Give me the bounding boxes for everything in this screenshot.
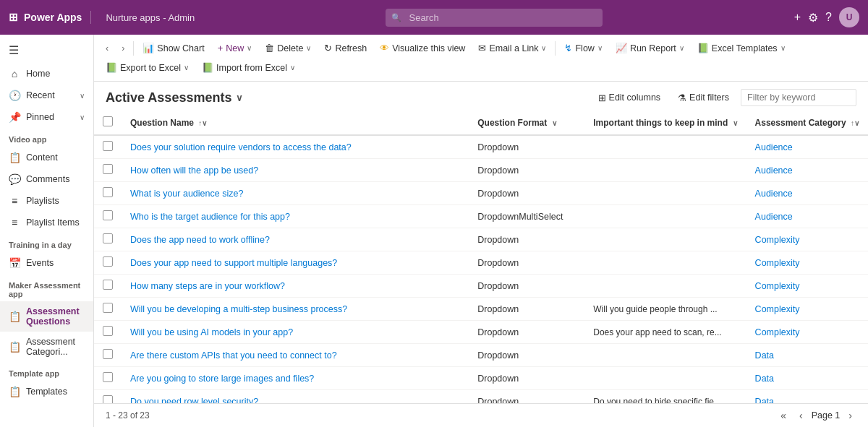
sidebar-item-assessment-questions[interactable]: 📋 Assessment Questions: [0, 301, 93, 332]
question-name-cell[interactable]: Are there custom APIs that you need to c…: [122, 344, 469, 367]
col-header-question-name[interactable]: Question Name ↑∨: [122, 111, 469, 135]
import-dropdown-icon[interactable]: ∨: [290, 64, 295, 72]
excel-templates-dropdown-icon[interactable]: ∨: [780, 44, 786, 52]
delete-button[interactable]: 🗑 Delete ∨: [259, 39, 317, 57]
keyword-filter-input[interactable]: [741, 89, 856, 106]
row-checkbox[interactable]: [103, 372, 113, 382]
col-header-category[interactable]: Assessment Category ↑∨: [746, 111, 868, 135]
view-title-chevron[interactable]: ∨: [236, 92, 243, 103]
avatar[interactable]: U: [839, 7, 859, 27]
question-name-cell[interactable]: Does your app need to support multiple l…: [122, 251, 469, 275]
forward-button[interactable]: ›: [116, 40, 130, 57]
excel-templates-button[interactable]: 📗 Excel Templates ∨: [692, 39, 791, 57]
first-page-button[interactable]: «: [776, 408, 791, 423]
question-name-cell[interactable]: Are you going to store large images and …: [122, 367, 469, 390]
category-cell[interactable]: Audience: [746, 159, 868, 182]
sidebar-item-assessment-categories[interactable]: 📋 Assessment Categori...: [0, 332, 93, 362]
prev-page-button[interactable]: ‹: [795, 408, 807, 423]
flow-button[interactable]: ↯ Flow ∨: [558, 39, 608, 57]
row-checkbox[interactable]: [103, 233, 113, 243]
question-name-cell[interactable]: Does your solution require vendors to ac…: [122, 135, 469, 159]
row-checkbox-cell[interactable]: [94, 344, 122, 367]
sidebar-item-content[interactable]: 📋 Content: [0, 147, 93, 168]
row-checkbox-cell[interactable]: [94, 275, 122, 298]
row-checkbox-cell[interactable]: [94, 298, 122, 321]
row-checkbox-cell[interactable]: [94, 390, 122, 404]
app-logo[interactable]: ⊞ Power Apps: [9, 11, 91, 24]
row-checkbox[interactable]: [103, 395, 113, 403]
category-cell[interactable]: Audience: [746, 182, 868, 205]
row-checkbox[interactable]: [103, 141, 113, 151]
row-checkbox-cell[interactable]: [94, 321, 122, 344]
category-cell[interactable]: Data: [746, 367, 868, 390]
row-checkbox[interactable]: [103, 303, 113, 313]
category-cell[interactable]: Audience: [746, 205, 868, 228]
next-page-button[interactable]: ›: [844, 408, 856, 423]
import-excel-button[interactable]: 📗 Import from Excel ∨: [196, 59, 301, 77]
row-checkbox[interactable]: [103, 210, 113, 220]
category-cell[interactable]: Data: [746, 344, 868, 367]
row-checkbox[interactable]: [103, 349, 113, 359]
visualize-button[interactable]: 👁 Visualize this view: [374, 39, 471, 57]
question-name-cell[interactable]: Who is the target audience for this app?: [122, 205, 469, 228]
sidebar-item-playlist-items[interactable]: ≡ Playlist Items: [0, 212, 93, 233]
question-name-cell[interactable]: How often will the app be used?: [122, 159, 469, 182]
run-report-button[interactable]: 📈 Run Report ∨: [610, 39, 690, 57]
sidebar-item-events[interactable]: 📅 Events: [0, 252, 93, 274]
category-cell[interactable]: Complexity: [746, 251, 868, 275]
question-name-cell[interactable]: How many steps are in your workflow?: [122, 275, 469, 298]
question-name-cell[interactable]: Will you be developing a multi-step busi…: [122, 298, 469, 321]
email-link-button[interactable]: ✉ Email a Link ∨: [472, 39, 552, 57]
col-header-important[interactable]: Important things to keep in mind ∨: [584, 111, 746, 135]
run-report-dropdown-icon[interactable]: ∨: [679, 44, 684, 52]
settings-icon[interactable]: ⚙: [808, 11, 818, 25]
row-checkbox-cell[interactable]: [94, 205, 122, 228]
header-checkbox[interactable]: [103, 116, 113, 126]
category-cell[interactable]: Complexity: [746, 321, 868, 344]
back-button[interactable]: ‹: [100, 40, 114, 57]
row-checkbox[interactable]: [103, 164, 113, 174]
search-input[interactable]: [386, 9, 603, 27]
add-icon[interactable]: +: [794, 11, 801, 24]
question-name-cell[interactable]: Does the app need to work offline?: [122, 228, 469, 251]
category-cell[interactable]: Complexity: [746, 298, 868, 321]
flow-dropdown-icon[interactable]: ∨: [597, 44, 603, 52]
export-excel-button[interactable]: 📗 Export to Excel ∨: [100, 59, 195, 77]
show-chart-button[interactable]: 📊 Show Chart: [137, 39, 210, 57]
row-checkbox[interactable]: [103, 187, 113, 197]
row-checkbox-cell[interactable]: [94, 251, 122, 275]
select-all-checkbox[interactable]: [94, 111, 122, 135]
row-checkbox[interactable]: [103, 256, 113, 267]
new-dropdown-icon[interactable]: ∨: [247, 44, 252, 52]
row-checkbox-cell[interactable]: [94, 367, 122, 390]
row-checkbox[interactable]: [103, 280, 113, 290]
new-button[interactable]: + New ∨: [212, 39, 258, 57]
export-dropdown-icon[interactable]: ∨: [184, 64, 189, 72]
edit-columns-button[interactable]: ⊞ Edit columns: [592, 90, 667, 106]
category-cell[interactable]: Complexity: [746, 275, 868, 298]
question-name-cell[interactable]: What is your audience size?: [122, 182, 469, 205]
col-header-question-format[interactable]: Question Format ∨: [469, 111, 584, 135]
email-dropdown-icon[interactable]: ∨: [541, 44, 546, 52]
question-name-cell[interactable]: Will you be using AI models in your app?: [122, 321, 469, 344]
sidebar-item-templates[interactable]: 📋 Templates: [0, 381, 93, 402]
sidebar-item-playlists[interactable]: ≡ Playlists: [0, 190, 93, 212]
hamburger-menu[interactable]: ☰: [0, 38, 93, 63]
row-checkbox-cell[interactable]: [94, 228, 122, 251]
category-cell[interactable]: Complexity: [746, 228, 868, 251]
row-checkbox[interactable]: [103, 326, 113, 336]
row-checkbox-cell[interactable]: [94, 182, 122, 205]
category-cell[interactable]: Data: [746, 390, 868, 404]
question-name-cell[interactable]: Do you need row level security?: [122, 390, 469, 404]
sidebar-item-recent[interactable]: 🕐 Recent ∨: [0, 85, 93, 106]
waffle-icon[interactable]: ⊞: [9, 11, 18, 24]
sidebar-item-home[interactable]: ⌂ Home: [0, 63, 93, 85]
delete-dropdown-icon[interactable]: ∨: [306, 44, 311, 52]
sidebar-item-pinned[interactable]: 📌 Pinned ∨: [0, 106, 93, 128]
help-icon[interactable]: ?: [825, 11, 832, 24]
category-cell[interactable]: Audience: [746, 135, 868, 159]
sidebar-item-comments[interactable]: 💬 Comments: [0, 168, 93, 190]
row-checkbox-cell[interactable]: [94, 159, 122, 182]
edit-filters-button[interactable]: ⚗ Edit filters: [672, 90, 735, 106]
refresh-button[interactable]: ↻ Refresh: [318, 39, 373, 57]
